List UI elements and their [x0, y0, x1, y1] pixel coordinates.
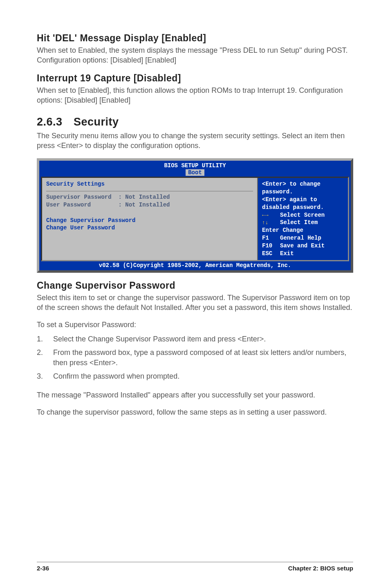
row-supervisor-password: Supervisor Password : Not Installed — [46, 193, 253, 201]
bios-right-pane: <Enter> to change password. <Enter> agai… — [258, 178, 348, 260]
footer-page-number: 2-36 — [37, 565, 49, 572]
para-interrupt: When set to [Enabled], this function all… — [37, 85, 353, 105]
heading-change-supervisor: Change Supervisor Password — [37, 280, 353, 291]
step-3-num: 3. — [37, 371, 48, 382]
para-hit-del: When set to Enabled, the system displays… — [37, 45, 353, 65]
item-change-supervisor-password: Change Supervisor Password — [46, 217, 253, 224]
label-supervisor-password: Supervisor Password — [46, 194, 112, 200]
step-1-num: 1. — [37, 334, 48, 344]
bios-nav-help: ←→Select Screen ↑↓Select Item Enter Chan… — [262, 211, 344, 258]
bios-hint-top: <Enter> to change password. <Enter> agai… — [262, 180, 344, 211]
hint-line-3: <Enter> again to — [262, 196, 344, 204]
footer-chapter: Chapter 2: BIOS setup — [288, 565, 353, 572]
help-select-screen-text: Select Screen — [280, 212, 325, 218]
help-esc: ESCExit — [262, 250, 344, 258]
para-password-installed: The message "Password Installed" appears… — [37, 390, 353, 400]
help-select-screen: ←→Select Screen — [262, 211, 344, 219]
section-title: Security — [74, 116, 119, 128]
key-esc: ESC — [262, 250, 280, 258]
heading-interrupt: Interrupt 19 Capture [Disabled] — [37, 73, 353, 84]
help-f10-text: Save and Exit — [280, 242, 325, 249]
value-user-password: : Not Installed — [118, 202, 170, 208]
bios-left-pane: Security Settings Supervisor Password : … — [42, 178, 258, 260]
para-to-set-supervisor: To set a Supervisor Password: — [37, 320, 353, 330]
heading-hit-del: Hit 'DEL' Message Display [Enabled] — [37, 33, 353, 44]
step-1-text: Select the Change Supervisor Password it… — [53, 335, 266, 343]
value-supervisor-password: : Not Installed — [118, 194, 170, 200]
heading-security-section: 2.6.3Security — [37, 116, 353, 128]
para-to-change: To change the supervisor password, follo… — [37, 407, 353, 417]
step-3-text: Confirm the password when prompted. — [53, 372, 179, 380]
step-1: 1.Select the Change Supervisor Password … — [37, 332, 353, 346]
arrows-left-right-icon: ←→ — [262, 212, 280, 219]
bios-tab-boot: Boot — [186, 169, 204, 176]
label-user-password: User Password — [46, 202, 91, 208]
key-f10: F10 — [262, 242, 280, 250]
help-esc-text: Exit — [280, 250, 294, 257]
bios-left-title: Security Settings — [46, 180, 253, 190]
section-number: 2.6.3 — [37, 116, 74, 128]
help-f1-text: General Help — [280, 235, 321, 241]
row-user-password: User Password : Not Installed — [46, 201, 253, 209]
help-select-item: ↑↓Select Item — [262, 219, 344, 227]
help-select-item-text: Select Item — [280, 219, 318, 226]
help-f10: F10Save and Exit — [262, 242, 344, 250]
bios-title: BIOS SETUP UTILITY — [39, 162, 351, 169]
bios-footer: v02.58 (C)Copyright 1985-2002, American … — [39, 261, 351, 270]
steps-list: 1.Select the Change Supervisor Password … — [37, 332, 353, 384]
step-3: 3.Confirm the password when prompted. — [37, 370, 353, 383]
hint-line-4: disabled password. — [262, 204, 344, 211]
bios-header: BIOS SETUP UTILITY Boot — [39, 161, 351, 177]
bios-panel: BIOS SETUP UTILITY Boot Security Setting… — [37, 158, 353, 273]
help-enter-change: Enter Change — [262, 227, 344, 234]
hint-line-1: <Enter> to change — [262, 180, 344, 188]
item-change-user-password: Change User Password — [46, 224, 253, 232]
arrows-up-down-icon: ↑↓ — [262, 219, 280, 227]
key-f1: F1 — [262, 234, 280, 242]
para-change-supervisor: Select this item to set or change the su… — [37, 293, 353, 313]
step-2-num: 2. — [37, 348, 48, 358]
help-f1: F1General Help — [262, 234, 344, 242]
step-2: 2.From the password box, type a password… — [37, 346, 353, 370]
hint-line-2: password. — [262, 188, 344, 196]
bios-body: Security Settings Supervisor Password : … — [41, 177, 349, 261]
para-security-intro: The Security menu items allow you to cha… — [37, 131, 353, 151]
divider — [46, 191, 253, 191]
page-footer: 2-36 Chapter 2: BIOS setup — [37, 562, 353, 572]
step-2-text: From the password box, type a password c… — [53, 348, 346, 367]
